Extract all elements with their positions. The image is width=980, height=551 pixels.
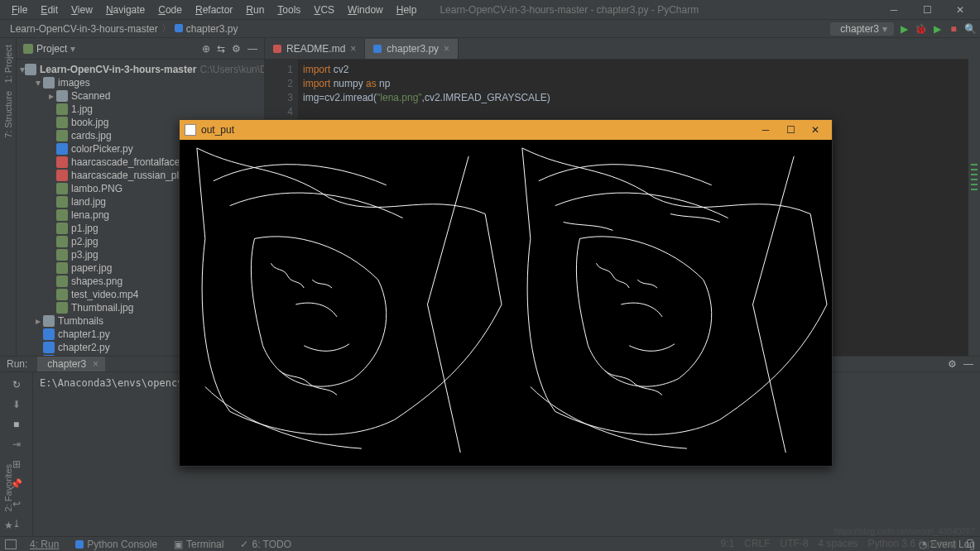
folder-icon xyxy=(25,64,36,75)
py-icon xyxy=(43,328,55,340)
editor-tab[interactable]: chapter3.py× xyxy=(365,39,459,59)
svg-rect-0 xyxy=(180,140,831,466)
tool-window-icon[interactable] xyxy=(5,539,17,549)
menu-bar: FileEditViewNavigateCodeRefactorRunTools… xyxy=(0,0,980,20)
status-tab-todo[interactable]: ✓6: TODO xyxy=(232,539,300,550)
img-icon xyxy=(56,289,68,300)
collapse-icon[interactable]: ⇆ xyxy=(217,43,225,55)
menu-view[interactable]: View xyxy=(65,4,99,16)
run-tab-active[interactable]: chapter3 × xyxy=(37,357,105,371)
indent-setting[interactable]: 4 spaces xyxy=(819,538,858,549)
menu-help[interactable]: Help xyxy=(390,4,424,16)
breadcrumb-root[interactable]: Learn-OpenCV-in-3-hours-master xyxy=(7,23,161,35)
run-exit-button[interactable]: ⇥ xyxy=(9,437,24,452)
locate-icon[interactable]: ⊕ xyxy=(202,43,210,55)
py-icon xyxy=(43,342,55,353)
readonly-lock-icon[interactable] xyxy=(967,539,973,548)
img-icon xyxy=(56,103,68,115)
star-icon: ★ xyxy=(4,520,13,531)
run-stop-button[interactable]: ■ xyxy=(9,417,24,432)
status-tab-run[interactable]: 4: Run xyxy=(22,539,67,550)
output-window-title: out_put xyxy=(201,124,234,136)
status-tab-terminal[interactable]: ▣Terminal xyxy=(166,539,232,550)
img-icon xyxy=(56,183,68,194)
img-icon xyxy=(56,196,68,208)
md-icon xyxy=(273,45,281,53)
close-tab-icon[interactable]: × xyxy=(350,43,356,55)
watermark: https://blog.csdn.net/weixin_43840287 xyxy=(834,527,975,536)
img-icon xyxy=(56,223,68,234)
sidetab-structure[interactable]: 7: Structure xyxy=(3,91,13,138)
tree-node[interactable]: 1.jpg xyxy=(17,103,264,116)
out-minimize-button[interactable]: ─ xyxy=(754,122,777,138)
window-title: Learn-OpenCV-in-3-hours-master - chapter… xyxy=(440,4,699,16)
folder-icon xyxy=(43,77,55,89)
img-icon xyxy=(56,117,68,128)
py-icon xyxy=(43,355,55,356)
py-icon xyxy=(373,45,382,53)
debug-button[interactable]: 🐞 xyxy=(914,22,927,36)
search-everywhere-button[interactable]: 🔍 xyxy=(963,22,977,36)
menu-navigate[interactable]: Navigate xyxy=(99,4,151,16)
img-icon xyxy=(56,276,68,287)
editor-tabs: README.md×chapter3.py× xyxy=(265,38,980,60)
hide-icon[interactable]: — xyxy=(247,43,257,55)
run-with-coverage-button[interactable]: ▶ xyxy=(930,22,944,36)
img-icon xyxy=(56,236,68,247)
tree-node[interactable]: ▾images xyxy=(17,76,264,89)
close-tab-icon[interactable]: × xyxy=(444,43,449,55)
editor-tab[interactable]: README.md× xyxy=(265,39,365,59)
run-settings-icon[interactable]: ⚙ xyxy=(948,358,957,370)
stop-button[interactable]: ■ xyxy=(947,22,960,36)
status-tab-pyconsole[interactable]: Python Console xyxy=(67,539,166,550)
project-icon xyxy=(23,44,33,54)
file-encoding[interactable]: UTF-8 xyxy=(781,538,809,549)
project-panel-title: Project xyxy=(36,43,67,55)
minimize-button[interactable]: ─ xyxy=(877,0,910,20)
python-file-icon xyxy=(175,24,183,32)
close-button[interactable]: ✕ xyxy=(944,0,977,20)
tree-node[interactable]: ▸Scanned xyxy=(17,89,264,103)
sidetab-project[interactable]: 1: Project xyxy=(3,45,13,83)
rerun-button[interactable]: ↻ xyxy=(9,377,24,392)
img-icon xyxy=(56,130,68,141)
run-label: Run: xyxy=(7,358,27,370)
folder-icon xyxy=(56,90,68,102)
settings-icon[interactable]: ⚙ xyxy=(232,43,241,55)
run-button[interactable]: ▶ xyxy=(897,22,910,36)
menu-edit[interactable]: Edit xyxy=(34,4,65,16)
edge-detection-image xyxy=(180,140,832,466)
breadcrumb-file[interactable]: chapter3.py xyxy=(171,23,242,35)
run-hide-icon[interactable]: — xyxy=(963,358,973,370)
opencv-output-window: out_put ─ ☐ ✕ xyxy=(179,119,833,467)
menu-run[interactable]: Run xyxy=(239,4,271,16)
menu-refactor[interactable]: Refactor xyxy=(189,4,239,16)
left-tool-stripe: 1: Project 7: Structure xyxy=(0,38,17,356)
img-icon xyxy=(56,209,68,221)
out-maximize-button[interactable]: ☐ xyxy=(779,122,802,138)
run-config-selector[interactable]: chapter3 ▾ xyxy=(830,22,894,36)
py-icon xyxy=(56,143,68,155)
menu-file[interactable]: File xyxy=(5,4,34,16)
window-icon xyxy=(185,124,196,136)
menu-code[interactable]: Code xyxy=(151,4,189,16)
line-separator[interactable]: CRLF xyxy=(744,538,770,549)
img-icon xyxy=(56,249,68,261)
folder-icon xyxy=(43,315,55,327)
interpreter[interactable]: Python 3.6 (opencv) xyxy=(868,538,957,549)
run-down-button[interactable]: ⬇ xyxy=(9,397,24,412)
sidetab-favorites[interactable]: 2: Favorites xyxy=(3,464,13,511)
editor-error-stripe xyxy=(968,38,980,356)
menu-vcs[interactable]: VCS xyxy=(307,4,341,16)
out-close-button[interactable]: ✕ xyxy=(804,122,827,138)
menu-tools[interactable]: Tools xyxy=(271,4,307,16)
img-icon xyxy=(56,262,68,274)
tree-root[interactable]: ▾ Learn-OpenCV-in-3-hours-master C:\User… xyxy=(17,63,264,76)
maximize-button[interactable]: ☐ xyxy=(910,0,944,20)
xml-icon xyxy=(56,170,68,181)
img-icon xyxy=(56,302,68,314)
xml-icon xyxy=(56,156,68,168)
caret-position[interactable]: 9:1 xyxy=(721,538,735,549)
menu-window[interactable]: Window xyxy=(341,4,390,16)
